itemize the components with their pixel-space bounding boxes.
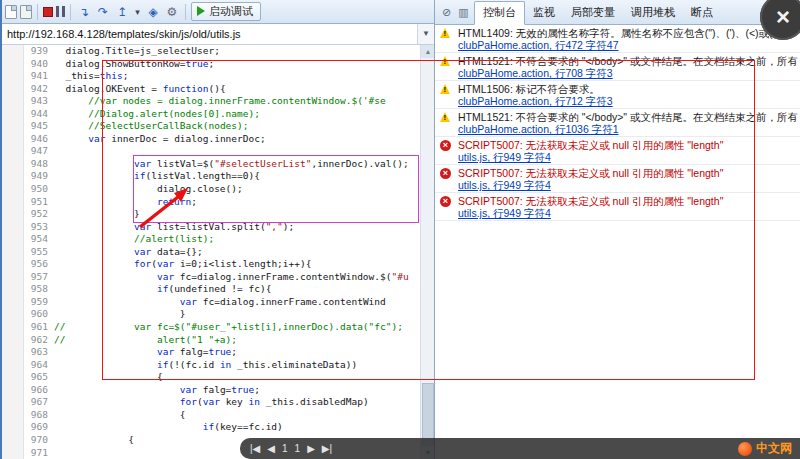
start-debugging-button[interactable]: 启动调试 (191, 2, 261, 21)
code-line[interactable]: 963 var falg=true; (2, 346, 420, 359)
pause-icon[interactable] (56, 6, 65, 17)
scroll-up-arrow-icon[interactable]: ▲ (421, 45, 435, 58)
source-location-link[interactable]: clubPaHome.action, 行1036 字符1 (458, 123, 619, 135)
code-line[interactable]: 959 var fc=dialog.innerFrame.contentWind (2, 296, 420, 309)
code-line[interactable]: 967 for(var key in _this.disabledMap) (2, 396, 420, 409)
page-current[interactable]: 1 (282, 438, 288, 459)
code-line[interactable]: 946 var innerDoc = dialog.innerDoc; (2, 133, 420, 146)
code-line[interactable]: 966 var falg=true; (2, 384, 420, 397)
code-text: var fc=dialog.innerFrame.contentWindow.$… (54, 271, 409, 284)
first-page-button[interactable]: |◀ (250, 438, 260, 459)
code-line[interactable]: 961// var fc=$("#user_"+list[i],innerDoc… (2, 321, 420, 334)
code-line[interactable]: 958 if(undefined != fc){ (2, 283, 420, 296)
chevron-down-icon[interactable]: ▾ (133, 4, 142, 20)
code-text: //alert(list); (54, 233, 214, 246)
step-out-icon[interactable]: ↥ (114, 4, 130, 20)
message-filter-icon[interactable]: ▥ (456, 6, 471, 19)
message-text: HTML1521: 不符合要求的 "</body>" 或文件结尾。在文档结束之前… (458, 55, 798, 67)
code-line[interactable]: 964 if(!(fc.id in _this.eliminateData)) (2, 359, 420, 372)
code-lines: 939 dialog.Title=js_selectUser;940 dialo… (2, 45, 420, 459)
break-on-exception-icon[interactable]: ◈ (145, 4, 161, 20)
script-url-input[interactable]: http://192.168.4.128/templates/skin/js/o… (2, 24, 417, 44)
console-pane: ⊘▥ 控制台监视局部变量调用堆栈断点 HTML1409: 无效的属性名称字符。属… (434, 0, 800, 459)
code-line[interactable]: 947 (2, 145, 420, 158)
code-line[interactable]: 957 var fc=dialog.innerFrame.contentWind… (2, 271, 420, 284)
line-number: 942 (2, 83, 54, 96)
warning-icon (440, 28, 450, 38)
editor-vertical-scrollbar[interactable]: ▲ ▼ (420, 45, 434, 459)
code-line[interactable]: 965 { (2, 371, 420, 384)
source-location-link[interactable]: utils.js, 行949 字符4 (458, 179, 551, 191)
code-line[interactable]: 942 dialog.OKEvent = function(){ (2, 83, 420, 96)
prev-page-button[interactable]: ◀ (267, 438, 275, 459)
code-line[interactable]: 960 } (2, 308, 420, 321)
script-chooser-dropdown[interactable]: ▼ (417, 24, 434, 44)
code-line[interactable]: 948 var listVal=$("#selectUserList",inne… (2, 158, 420, 171)
code-line[interactable]: 954 //alert(list); (2, 233, 420, 246)
code-text: { (54, 434, 134, 447)
code-text: return; (54, 196, 197, 209)
code-line[interactable]: 950 dialog.close(); (2, 183, 420, 196)
tab-断点[interactable]: 断点 (683, 2, 721, 24)
code-text: // var fc=$("#user_"+list[i],innerDoc).d… (54, 321, 403, 334)
code-text: var list=listVal.split(","); (54, 221, 294, 234)
console-message: HTML1521: 不符合要求的 "</body>" 或文件结尾。在文档结束之前… (435, 109, 800, 137)
console-message: ×SCRIPT5007: 无法获取未定义或 null 引用的属性 "length… (435, 193, 800, 221)
document-icon[interactable] (5, 5, 17, 19)
source-location-link[interactable]: clubPaHome.action, 行708 字符3 (458, 67, 613, 79)
close-icon: × (776, 3, 790, 31)
code-line[interactable]: 951 return; (2, 196, 420, 209)
code-line[interactable]: 969 if(key==fc.id) (2, 421, 420, 434)
debug-toolbar: ↴↷↥▾◈⚙ 启动调试 (2, 0, 434, 24)
next-page-button[interactable]: ▶ (307, 438, 315, 459)
site-logo-icon (738, 442, 752, 456)
line-number: 948 (2, 158, 54, 171)
tab-局部变量[interactable]: 局部变量 (563, 2, 623, 24)
code-line[interactable]: 956 for(var i=0;i<list.length;i++){ (2, 258, 420, 271)
line-number: 963 (2, 346, 54, 359)
line-number: 968 (2, 409, 54, 422)
code-line[interactable]: 939 dialog.Title=js_selectUser; (2, 45, 420, 58)
line-number: 940 (2, 58, 54, 71)
code-line[interactable]: 945 //SelectUserCallBack(nodes); (2, 120, 420, 133)
error-icon: × (440, 196, 451, 207)
code-text: if(listVal.length==0){ (54, 170, 260, 183)
warning-icon (440, 56, 450, 66)
code-line[interactable]: 944 //Dialog.alert(nodes[0].name); (2, 108, 420, 121)
stop-debugging-icon[interactable] (43, 7, 53, 17)
console-message: ×SCRIPT5007: 无法获取未定义或 null 引用的属性 "length… (435, 165, 800, 193)
tab-调用堆栈[interactable]: 调用堆栈 (623, 2, 683, 24)
code-editor: 939 dialog.Title=js_selectUser;940 dialo… (2, 45, 420, 459)
code-line[interactable]: 962// alert("1 "+a); (2, 334, 420, 347)
clear-console-icon[interactable]: ⊘ (439, 6, 454, 19)
source-location-link[interactable]: clubPaHome.action, 行712 字符3 (458, 95, 613, 107)
settings-icon[interactable]: ⚙ (164, 4, 180, 20)
code-line[interactable]: 943 //var nodes = dialog.innerFrame.cont… (2, 95, 420, 108)
last-page-button[interactable]: ▶| (322, 438, 332, 459)
code-text: var data={}; (54, 246, 203, 259)
script-url-bar: http://192.168.4.128/templates/skin/js/o… (2, 24, 434, 45)
code-line[interactable]: 953 var list=listVal.split(","); (2, 221, 420, 234)
line-number: 960 (2, 308, 54, 321)
code-text: for(var i=0;i<list.length;i++){ (54, 258, 311, 271)
code-line[interactable]: 949 if(listVal.length==0){ (2, 170, 420, 183)
tab-控制台[interactable]: 控制台 (474, 1, 525, 25)
tab-监视[interactable]: 监视 (525, 2, 563, 24)
page-total[interactable]: 1 (295, 438, 301, 459)
code-line[interactable]: 952 } (2, 208, 420, 221)
step-into-icon[interactable]: ↴ (76, 4, 92, 20)
source-location-link[interactable]: utils.js, 行949 字符4 (458, 151, 551, 163)
error-icon: × (440, 168, 451, 179)
site-watermark: 中文网 (738, 440, 792, 457)
code-line[interactable]: 955 var data={}; (2, 246, 420, 259)
message-text: HTML1409: 无效的属性名称字符。属性名称不应包含(")、(')、(<)或… (458, 27, 798, 39)
code-line[interactable]: 940 dialog.ShowButtonRow=true; (2, 58, 420, 71)
step-over-icon[interactable]: ↷ (95, 4, 111, 20)
code-line[interactable]: 941 _this=this; (2, 70, 420, 83)
source-location-link[interactable]: clubPaHome.action, 行472 字符47 (458, 39, 619, 51)
pinned-document-icon[interactable] (20, 5, 32, 19)
console-tabs: 控制台监视局部变量调用堆栈断点 (474, 1, 721, 24)
code-line[interactable]: 968 { (2, 409, 420, 422)
source-location-link[interactable]: utils.js, 行949 字符4 (458, 207, 551, 219)
line-number: 955 (2, 246, 54, 259)
